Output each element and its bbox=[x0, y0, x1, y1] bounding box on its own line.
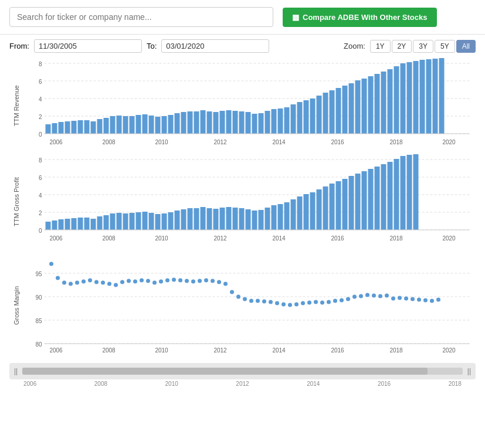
svg-point-224 bbox=[411, 297, 415, 301]
svg-rect-57 bbox=[342, 86, 348, 134]
zoom-2y-button[interactable]: 2Y bbox=[392, 40, 412, 53]
svg-point-193 bbox=[211, 279, 215, 283]
svg-rect-36 bbox=[207, 111, 212, 134]
svg-rect-29 bbox=[162, 116, 167, 134]
svg-rect-12 bbox=[52, 123, 57, 134]
zoom-5y-button[interactable]: 5Y bbox=[435, 40, 455, 53]
svg-rect-131 bbox=[291, 199, 296, 230]
svg-text:4: 4 bbox=[39, 96, 42, 103]
svg-rect-64 bbox=[388, 69, 393, 134]
to-date-input[interactable] bbox=[161, 39, 269, 53]
zoom-3y-button[interactable]: 3Y bbox=[413, 40, 433, 53]
svg-rect-106 bbox=[130, 213, 135, 230]
svg-point-188 bbox=[178, 279, 182, 283]
svg-rect-45 bbox=[265, 111, 270, 134]
svg-rect-56 bbox=[336, 88, 341, 134]
svg-point-202 bbox=[269, 300, 273, 304]
svg-point-181 bbox=[133, 280, 137, 284]
svg-rect-132 bbox=[297, 196, 303, 230]
svg-point-169 bbox=[56, 276, 60, 280]
zoom-1y-button[interactable]: 1Y bbox=[370, 40, 391, 53]
svg-point-198 bbox=[243, 297, 247, 301]
svg-rect-110 bbox=[155, 214, 161, 230]
gross-margin-y-label: Gross Margin bbox=[9, 250, 23, 361]
svg-text:8: 8 bbox=[39, 61, 42, 67]
svg-rect-65 bbox=[394, 66, 399, 134]
svg-rect-28 bbox=[155, 117, 161, 134]
svg-rect-114 bbox=[181, 209, 186, 230]
search-input[interactable] bbox=[9, 7, 273, 27]
svg-point-217 bbox=[365, 293, 369, 297]
zoom-all-button[interactable]: All bbox=[456, 40, 476, 53]
svg-rect-127 bbox=[265, 208, 270, 230]
svg-rect-97 bbox=[72, 218, 77, 230]
svg-text:90: 90 bbox=[35, 294, 42, 301]
scrollbar-label-2014: 2014 bbox=[307, 381, 320, 387]
svg-rect-55 bbox=[330, 90, 335, 134]
svg-rect-17 bbox=[84, 120, 90, 134]
gross-margin-chart-section: Gross Margin 80 85 90 95 bbox=[9, 250, 476, 361]
svg-rect-16 bbox=[78, 120, 83, 134]
svg-point-228 bbox=[436, 298, 440, 302]
svg-text:2016: 2016 bbox=[331, 235, 344, 242]
scrollbar-label-2008: 2008 bbox=[94, 381, 107, 387]
gross-profit-chart-section: TTM Gross Profit 0 2 4 6 8 10 bbox=[9, 154, 476, 250]
svg-rect-120 bbox=[220, 208, 225, 230]
svg-rect-93 bbox=[46, 222, 51, 230]
svg-rect-95 bbox=[59, 219, 64, 230]
svg-text:2006: 2006 bbox=[49, 347, 63, 354]
header: ▩ Compare ADBE With Other Stocks bbox=[0, 0, 485, 35]
svg-rect-27 bbox=[149, 116, 154, 134]
svg-rect-34 bbox=[194, 111, 199, 134]
svg-rect-134 bbox=[310, 192, 316, 230]
scrollbar-label-2012: 2012 bbox=[236, 381, 249, 387]
svg-rect-135 bbox=[317, 189, 322, 230]
bar-chart-icon: ▩ bbox=[292, 13, 299, 22]
svg-text:2008: 2008 bbox=[102, 235, 116, 242]
scrollbar-right-handle[interactable]: || bbox=[465, 367, 473, 375]
scrollbar-label-2018: 2018 bbox=[449, 381, 462, 387]
svg-text:2012: 2012 bbox=[213, 235, 227, 242]
svg-rect-41 bbox=[239, 111, 245, 134]
svg-point-180 bbox=[127, 279, 131, 283]
compare-button-label: Compare ADBE With Other Stocks bbox=[303, 13, 428, 22]
svg-rect-130 bbox=[284, 202, 290, 230]
svg-point-210 bbox=[320, 301, 324, 305]
svg-point-221 bbox=[391, 297, 395, 301]
revenue-chart-svg: 0 2 4 6 8 10 bbox=[23, 57, 476, 151]
svg-point-216 bbox=[359, 294, 363, 298]
svg-text:2014: 2014 bbox=[272, 139, 286, 145]
svg-rect-39 bbox=[226, 110, 232, 134]
svg-rect-46 bbox=[272, 109, 277, 134]
svg-point-196 bbox=[230, 290, 234, 294]
scrollbar-labels: 2006 2008 2010 2012 2014 2016 2018 bbox=[9, 379, 476, 387]
svg-rect-54 bbox=[323, 93, 328, 134]
svg-point-209 bbox=[314, 300, 318, 304]
svg-rect-105 bbox=[123, 213, 128, 230]
svg-text:2010: 2010 bbox=[155, 139, 168, 145]
svg-text:2010: 2010 bbox=[155, 347, 168, 354]
svg-rect-31 bbox=[175, 113, 180, 134]
svg-point-174 bbox=[88, 279, 92, 283]
svg-point-195 bbox=[223, 282, 228, 286]
svg-point-179 bbox=[120, 280, 124, 284]
svg-rect-50 bbox=[297, 102, 303, 134]
svg-point-215 bbox=[352, 295, 357, 299]
scrollbar-left-handle[interactable]: || bbox=[12, 367, 20, 375]
svg-point-189 bbox=[185, 279, 189, 283]
svg-point-220 bbox=[385, 294, 389, 298]
svg-point-203 bbox=[275, 301, 279, 306]
svg-text:0: 0 bbox=[39, 131, 42, 138]
compare-button[interactable]: ▩ Compare ADBE With Other Stocks bbox=[283, 8, 437, 27]
svg-rect-145 bbox=[381, 164, 386, 230]
svg-rect-13 bbox=[59, 122, 64, 134]
scrollbar-track bbox=[22, 368, 463, 375]
gross-profit-chart-svg: 0 2 4 6 8 10 bbox=[23, 154, 476, 247]
svg-point-226 bbox=[423, 298, 428, 303]
scrollbar[interactable]: || || bbox=[9, 363, 476, 379]
svg-rect-116 bbox=[194, 208, 199, 230]
svg-rect-22 bbox=[117, 116, 122, 134]
svg-point-175 bbox=[94, 280, 99, 284]
svg-text:2014: 2014 bbox=[272, 235, 286, 242]
from-date-input[interactable] bbox=[34, 39, 142, 53]
